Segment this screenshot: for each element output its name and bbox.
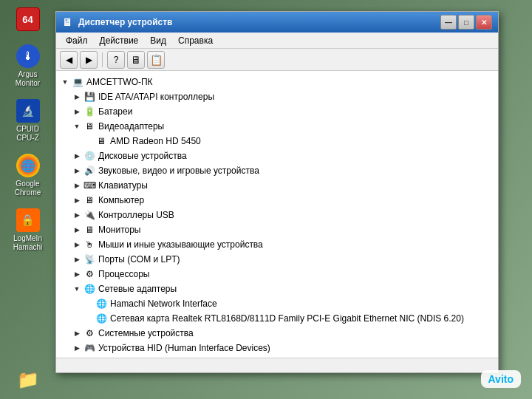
tree-expand-10[interactable]: ▶	[71, 239, 83, 250]
tree-item[interactable]: ▶ 🔋 Батареи	[56, 104, 498, 119]
tree-expand-9[interactable]: ▶	[71, 224, 83, 236]
menu-file[interactable]: Файл	[60, 34, 94, 47]
icon-hamachi-label: LogMeInHamachi	[13, 234, 42, 252]
toolbar: ◀ ▶ ? 🖥 📋	[56, 49, 498, 71]
tree-icon-3: 🖥	[95, 135, 108, 147]
tree-item[interactable]: ▶ 🖥 Компьютер	[56, 193, 498, 208]
maximize-button[interactable]: □	[458, 15, 474, 30]
window-controls: — □ ✕	[440, 15, 492, 30]
tree-expand-2[interactable]: ▼	[71, 120, 83, 132]
icon-chrome-label: GoogleChrome	[15, 180, 41, 197]
tree-icon-10: 🖱	[83, 239, 96, 250]
tree-item[interactable]: ▶ 💿 Дисковые устройства	[56, 149, 498, 163]
avito-watermark: Avito	[481, 370, 521, 388]
tree-item[interactable]: ▶ 🖥 Мониторы	[56, 222, 498, 237]
tree-item[interactable]: 🖥 AMD Radeon HD 5450	[56, 134, 498, 149]
tree-label-1: Батареи	[98, 106, 132, 117]
tree-expand-6[interactable]: ▶	[71, 180, 83, 191]
icon-cpuid-label: CPUIDCPU-Z	[16, 125, 39, 143]
tree-item[interactable]: 🌐 Сетевая карта Realtek RTL8168D/8111D F…	[56, 311, 498, 326]
tree-expand-3	[83, 135, 95, 147]
tree-expand-root[interactable]: ▼	[59, 76, 71, 88]
tree-expand-12[interactable]: ▶	[71, 268, 83, 280]
window-icon: 🖥	[62, 16, 74, 28]
tree-expand-7[interactable]: ▶	[71, 194, 83, 206]
tree-root[interactable]: ▼ 💻 AMCETTWO-ПК	[56, 75, 498, 89]
tree-icon-1: 🔋	[83, 106, 96, 117]
desktop-icon-folder[interactable]: 📁	[4, 368, 52, 392]
tree-expand-4[interactable]: ▶	[71, 150, 83, 162]
tree-icon-9: 🖥	[83, 224, 96, 236]
desktop: 64 🌡 ArgusMonitor 🔬 CPUIDCPU-Z 🌐 GoogleC…	[0, 0, 532, 399]
help-button[interactable]: ?	[107, 51, 125, 69]
tree-expand-5[interactable]: ▶	[71, 165, 83, 177]
tree-icon-6: ⌨	[83, 180, 96, 191]
tree-expand-11[interactable]: ▶	[71, 253, 83, 265]
desktop-icon-cpuid[interactable]: 🔬 CPUIDCPU-Z	[4, 99, 52, 143]
menu-bar: Файл Действие Вид Справка	[56, 33, 498, 49]
back-button[interactable]: ◀	[60, 51, 78, 69]
tree-icon-8: 🔌	[83, 209, 96, 221]
tree-expand-1[interactable]: ▶	[71, 106, 83, 117]
tree-item[interactable]: ▶ ⌨ Клавиатуры	[56, 178, 498, 193]
tree-icon-14: 🌐	[95, 298, 108, 310]
properties-button[interactable]: 📋	[147, 51, 165, 69]
tree-icon-15: 🌐	[95, 313, 108, 324]
icon-argus-label: ArgusMonitor	[16, 70, 40, 88]
tree-expand-14	[83, 298, 95, 310]
tree-label-11: Порты (COM и LPT)	[98, 254, 180, 265]
tree-expand-17[interactable]: ▶	[71, 342, 83, 354]
tree-icon-0: 💾	[83, 91, 96, 103]
chrome-icon: 🌐	[21, 159, 35, 173]
tree-icon-4: 💿	[83, 150, 96, 162]
tree-item[interactable]: ▶ ⚙ Системные устройства	[56, 326, 498, 341]
root-icon: 💻	[71, 76, 84, 88]
tree-label-7: Компьютер	[98, 195, 144, 205]
tree-expand-8[interactable]: ▶	[71, 209, 83, 221]
argus-icon: 🌡	[22, 50, 34, 63]
tree-item[interactable]: ▶ 🎮 Устройства HID (Human Interface Devi…	[56, 341, 498, 355]
minimize-button[interactable]: —	[440, 15, 457, 30]
tree-label-8: Контроллеры USB	[98, 210, 174, 220]
toolbar-separator-1	[102, 52, 103, 67]
tree-icon-11: 📡	[83, 253, 96, 265]
tree-item[interactable]: ▶ 🔊 Звуковые, видео и игровые устройства	[56, 163, 498, 178]
desktop-icon-chrome[interactable]: 🌐 GoogleChrome	[4, 154, 52, 197]
desktop-icon-hamachi[interactable]: 🔒 LogMeInHamachi	[4, 208, 52, 252]
computer-button[interactable]: 🖥	[127, 51, 145, 69]
tree-expand-16[interactable]: ▶	[71, 327, 83, 339]
device-tree[interactable]: ▼ 💻 AMCETTWO-ПК ▶ 💾 IDE ATA/ATAPI контро…	[56, 71, 498, 358]
tree-label-14: Hamachi Network Interface	[110, 299, 217, 309]
tree-item[interactable]: ▶ 📡 Порты (COM и LPT)	[56, 252, 498, 267]
tree-item[interactable]: 🌐 Hamachi Network Interface	[56, 296, 498, 311]
tree-label-13: Сетевые адаптеры	[98, 284, 177, 294]
cpuid-icon: 🔬	[21, 105, 34, 117]
tree-item[interactable]: ▶ ⚙ Процессоры	[56, 267, 498, 282]
tree-icon-7: 🖥	[83, 194, 96, 206]
tree-label-16: Системные устройства	[98, 328, 194, 338]
menu-view[interactable]: Вид	[144, 34, 172, 47]
tree-item[interactable]: ▶ 💾 IDE ATA/ATAPI контроллеры	[56, 89, 498, 104]
tree-icon-13: 🌐	[83, 283, 96, 295]
menu-help[interactable]: Справка	[172, 34, 219, 47]
tree-label-3: AMD Radeon HD 5450	[110, 136, 201, 146]
desktop-icon-argus[interactable]: 🌡 ArgusMonitor	[4, 44, 52, 88]
avito-text: Avito	[488, 373, 514, 385]
tree-item[interactable]: ▼ 🖥 Видеоадаптеры	[56, 119, 498, 134]
tree-label-10: Мыши и иные указывающие устройства	[98, 239, 263, 250]
tree-icon-2: 🖥	[83, 120, 96, 132]
close-button[interactable]: ✕	[476, 15, 492, 30]
tree-expand-13[interactable]: ▼	[71, 283, 83, 295]
tree-expand-0[interactable]: ▶	[71, 91, 83, 103]
menu-action[interactable]: Действие	[94, 34, 145, 47]
tree-item[interactable]: ▶ 🔌 Контроллеры USB	[56, 208, 498, 222]
tree-label-6: Клавиатуры	[98, 180, 148, 191]
forward-button[interactable]: ▶	[80, 51, 98, 69]
tree-item[interactable]: ▶ 🖱 Мыши и иные указывающие устройства	[56, 237, 498, 252]
tree-item[interactable]: ▼ 🌐 Сетевые адаптеры	[56, 282, 498, 296]
tree-expand-15	[83, 313, 95, 324]
tree-label-9: Мониторы	[98, 225, 140, 235]
desktop-icon-64[interactable]: 64	[4, 7, 52, 33]
tree-icon-12: ⚙	[83, 268, 96, 280]
root-label: AMCETTWO-ПК	[86, 77, 153, 87]
